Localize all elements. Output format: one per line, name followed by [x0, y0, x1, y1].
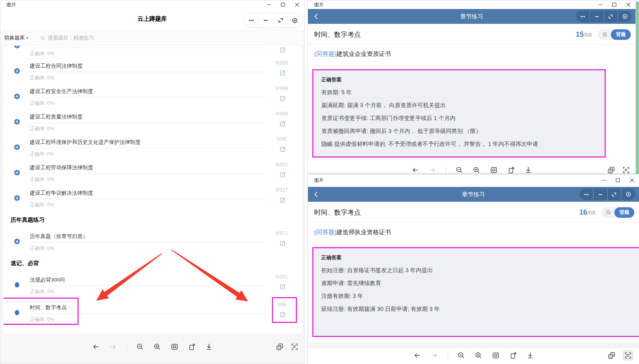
maximize-button[interactable] [276, 0, 290, 9]
back-arrow-icon[interactable] [411, 166, 419, 174]
rotate-icon[interactable] [188, 343, 196, 351]
chapter-title[interactable]: 法规必背300问 [30, 276, 65, 283]
maximize-button[interactable] [607, 0, 621, 9]
mode-toggle[interactable]: 练 背题 [601, 207, 635, 218]
target-close-icon[interactable] [621, 188, 635, 200]
actual-size-icon[interactable] [490, 166, 498, 174]
expand-plus-icon[interactable] [14, 195, 20, 201]
download-icon[interactable] [205, 343, 213, 351]
float-window-icon[interactable] [607, 188, 621, 200]
target-close-icon[interactable] [288, 13, 302, 27]
capsule-minimize-icon[interactable] [593, 188, 607, 200]
miniprogram-capsule[interactable] [580, 188, 635, 200]
back-arrow-icon[interactable] [413, 351, 421, 359]
download-icon[interactable] [524, 166, 532, 174]
question-type-tag: (问答题) [314, 229, 337, 235]
close-button[interactable] [290, 0, 304, 9]
mode-memorize[interactable]: 背题 [611, 29, 631, 40]
edit-note-icon[interactable] [279, 197, 286, 203]
zoom-out-icon[interactable] [457, 351, 465, 359]
edit-note-icon[interactable] [279, 240, 286, 247]
zoom-in-icon[interactable] [475, 351, 482, 359]
progress-count: 0/583 [270, 60, 293, 66]
ocr-scan-icon[interactable] [291, 343, 299, 351]
ocr-scan-button[interactable] [623, 350, 634, 361]
list-item[interactable]: 建设工程劳动保障法律制度 正确率: 0% 0/201 [4, 160, 302, 185]
expand-plus-icon[interactable] [14, 93, 20, 100]
edit-note-icon[interactable] [279, 47, 286, 53]
chapter-title[interactable]: 建设工程劳动保障法律制度 [30, 164, 93, 171]
ocr-scan-icon[interactable] [622, 166, 630, 174]
target-close-icon[interactable] [617, 11, 632, 22]
more-icon[interactable] [576, 11, 590, 22]
expand-plus-icon[interactable] [14, 46, 20, 49]
close-button[interactable] [625, 176, 639, 185]
float-window-icon[interactable] [273, 13, 288, 27]
edit-note-icon[interactable] [279, 146, 286, 152]
actual-size-icon[interactable] [492, 351, 500, 359]
chapter-title[interactable]: 历年真题（按章节归类） [30, 233, 88, 240]
expand-plus-icon[interactable] [14, 118, 20, 125]
titlebar[interactable]: 图片 [308, 174, 639, 186]
more-icon[interactable] [580, 188, 593, 200]
zoom-in-icon[interactable] [153, 343, 161, 351]
minimize-button[interactable] [597, 176, 611, 185]
minimize-button[interactable] [593, 0, 607, 9]
download-icon[interactable] [526, 351, 534, 359]
mode-practice[interactable]: 练 [598, 31, 611, 38]
switch-bank-button[interactable]: 切换题库 ▾ [0, 34, 28, 41]
mode-toggle[interactable]: 练 背题 [598, 29, 631, 40]
edit-note-icon[interactable] [279, 171, 286, 178]
edit-note-icon[interactable] [279, 283, 286, 290]
capsule-minimize-icon[interactable] [258, 13, 273, 27]
expand-plus-icon[interactable] [14, 68, 20, 74]
miniprogram-capsule[interactable] [576, 11, 632, 22]
expand-plus-icon[interactable] [14, 144, 20, 151]
edit-note-icon[interactable] [279, 70, 286, 76]
list-item[interactable]: 时间、数字考点 正确率: 0% 0/68 [4, 298, 302, 329]
translate-icon[interactable] [607, 166, 615, 174]
chapter-title[interactable]: 建设工程争议解决法律制度 [30, 190, 93, 197]
titlebar[interactable]: 图片 [308, 0, 635, 9]
expand-plus-icon[interactable] [14, 238, 20, 245]
more-icon[interactable] [244, 13, 258, 27]
mode-practice[interactable]: 练 [601, 209, 615, 216]
zoom-out-icon[interactable] [136, 343, 144, 351]
list-item[interactable]: 建设工程安全生产法律制度 正确率: 0% 0/499 [4, 84, 302, 109]
titlebar[interactable]: 图片 [0, 0, 304, 9]
chapter-title[interactable]: 建设工程环境保护和历史文化遗产保护法律制度 [30, 139, 141, 146]
chapter-title[interactable]: 建设工程安全生产法律制度 [30, 88, 93, 95]
translate-icon[interactable] [276, 343, 284, 351]
edit-note-icon[interactable] [279, 120, 286, 127]
rotate-icon[interactable] [509, 351, 517, 359]
chapter-title[interactable]: 建设工程质量法律制度 [30, 113, 83, 120]
mode-memorize[interactable]: 背题 [614, 207, 634, 218]
list-item-partial[interactable]: 正确率: 0% [4, 46, 302, 58]
miniprogram-capsule[interactable] [244, 13, 302, 28]
zoom-out-icon[interactable] [455, 166, 463, 174]
actual-size-icon[interactable] [171, 343, 178, 351]
close-button[interactable] [621, 0, 635, 9]
minimize-button[interactable] [262, 0, 276, 9]
search-input[interactable]: 搜索题目，精准练习 [40, 34, 94, 41]
float-window-icon[interactable] [604, 11, 618, 22]
maximize-button[interactable] [611, 176, 625, 185]
row-divider [30, 148, 264, 149]
chapter-title[interactable]: 建设工程合同法律制度 [30, 63, 83, 70]
highlight-box-left [4, 298, 79, 325]
list-item[interactable]: 历年真题（按章节归类） 正确率: 0% 0/571 [4, 229, 302, 254]
list-item[interactable]: 建设工程争议解决法律制度 正确率: 0% 0/317 [4, 185, 302, 211]
minimize-icon [266, 2, 271, 7]
list-item[interactable]: 建设工程质量法律制度 正确率: 0% 0/459 [4, 109, 302, 134]
list-item[interactable]: 建设工程合同法律制度 正确率: 0% 0/583 [4, 58, 302, 84]
list-item[interactable]: 法规必背300问 正确率: 0% 0/301 [4, 272, 302, 298]
zoom-in-icon[interactable] [473, 166, 481, 174]
rotate-icon[interactable] [507, 166, 515, 174]
list-item[interactable]: 建设工程环境保护和历史文化遗产保护法律制度 正确率: 0% 0/95 [4, 134, 302, 160]
back-arrow-icon[interactable] [92, 343, 100, 351]
section-header-label: 速记、必背 [11, 260, 39, 267]
expand-plus-icon[interactable] [14, 169, 20, 176]
translate-icon[interactable] [608, 351, 616, 359]
edit-note-icon[interactable] [279, 95, 286, 102]
capsule-minimize-icon[interactable] [590, 11, 604, 22]
